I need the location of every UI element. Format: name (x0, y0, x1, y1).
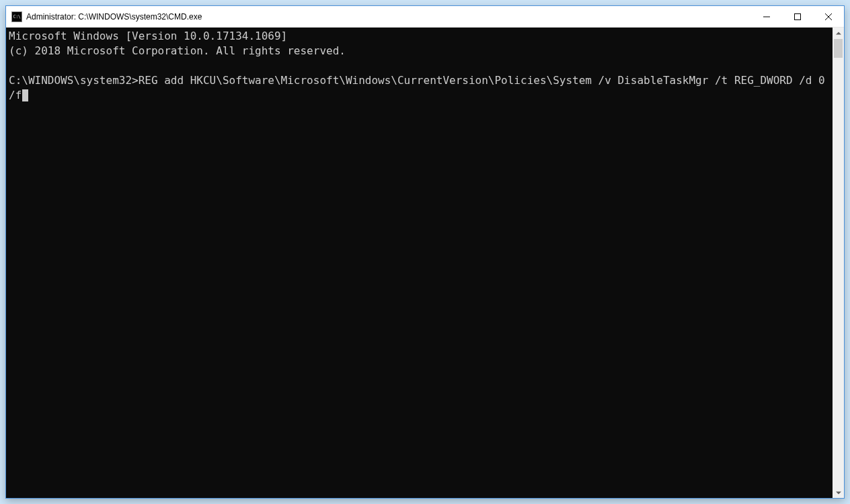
chevron-down-icon (836, 490, 841, 495)
terminal-output[interactable]: Microsoft Windows [Version 10.0.17134.10… (6, 28, 833, 498)
close-button[interactable] (813, 6, 844, 27)
terminal-prompt-line: C:\WINDOWS\system32>REG add HKCU\Softwar… (9, 73, 830, 103)
terminal-line: Microsoft Windows [Version 10.0.17134.10… (9, 29, 830, 44)
minimize-button[interactable] (751, 6, 782, 27)
minimize-icon (763, 13, 770, 20)
close-icon (825, 13, 832, 20)
svg-rect-1 (795, 13, 801, 19)
window-controls (751, 6, 844, 27)
window-title: Administrator: C:\WINDOWS\system32\CMD.e… (26, 12, 751, 22)
terminal-line: (c) 2018 Microsoft Corporation. All righ… (9, 44, 830, 58)
content-area: Microsoft Windows [Version 10.0.17134.10… (6, 28, 844, 498)
scroll-thumb[interactable] (834, 39, 843, 58)
terminal-prompt: C:\WINDOWS\system32> (9, 74, 139, 87)
terminal-cursor (22, 89, 28, 101)
titlebar[interactable]: C:\ Administrator: C:\WINDOWS\system32\C… (6, 6, 844, 28)
terminal-blank-line (9, 58, 830, 73)
cmd-icon: C:\ (11, 11, 22, 22)
scroll-up-button[interactable] (833, 28, 844, 39)
scroll-down-button[interactable] (833, 487, 844, 498)
vertical-scrollbar[interactable] (833, 28, 844, 498)
scroll-track[interactable] (833, 39, 844, 487)
maximize-icon (794, 13, 801, 20)
cmd-window: C:\ Administrator: C:\WINDOWS\system32\C… (5, 5, 845, 499)
maximize-button[interactable] (782, 6, 813, 27)
chevron-up-icon (836, 31, 841, 36)
